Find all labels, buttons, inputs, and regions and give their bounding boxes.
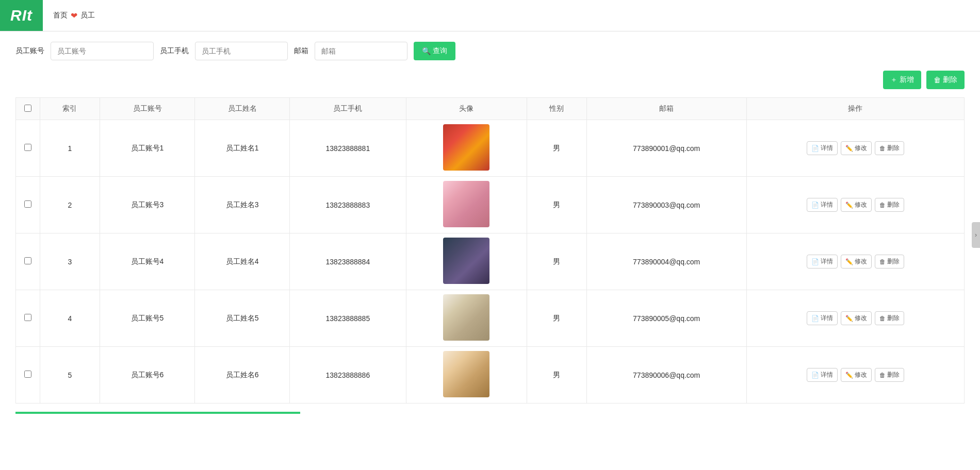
breadcrumb-section: 首页 ❤ 员工 (43, 0, 105, 31)
delete-button-3[interactable]: 🗑 删除 (875, 311, 904, 325)
header-gender: 性别 (527, 98, 586, 120)
row-gender: 男 (527, 120, 586, 177)
row-checkbox-cell (16, 120, 40, 177)
search-button[interactable]: 🔍 查询 (414, 42, 455, 60)
trash-icon-2: 🗑 (879, 258, 886, 265)
row-phone: 13823888881 (290, 120, 406, 177)
row-checkbox-4[interactable] (24, 371, 31, 378)
table-row: 1 员工账号1 员工姓名1 13823888881 男 773890001@qq… (16, 120, 965, 177)
row-avatar-cell (406, 177, 527, 233)
select-all-checkbox[interactable] (24, 105, 31, 112)
table-row: 2 员工账号3 员工姓名3 13823888883 男 773890003@qq… (16, 177, 965, 233)
edit-button-1[interactable]: ✏️ 修改 (841, 198, 872, 212)
delete-button-2[interactable]: 🗑 删除 (875, 255, 904, 268)
detail-icon-0: 📄 (811, 145, 819, 152)
row-phone: 13823888883 (290, 177, 406, 233)
pagination-progress-bar (15, 412, 300, 414)
main-content: 员工账号 员工手机 邮箱 🔍 查询 ＋ 新增 🗑 删除 索引 (0, 31, 980, 470)
phone-input[interactable] (195, 42, 288, 60)
account-input[interactable] (51, 42, 154, 60)
search-icon: 🔍 (422, 47, 431, 55)
delete-button-1[interactable]: 🗑 删除 (875, 198, 904, 212)
row-index: 1 (40, 120, 100, 177)
header-avatar: 头像 (406, 98, 527, 120)
add-label: 新增 (900, 75, 914, 85)
header-name: 员工姓名 (195, 98, 290, 120)
detail-button-2[interactable]: 📄 详情 (807, 255, 838, 268)
edit-button-2[interactable]: ✏️ 修改 (841, 255, 872, 268)
trash-icon-4: 🗑 (879, 372, 886, 379)
detail-icon-2: 📄 (811, 258, 819, 265)
row-account: 员工账号3 (100, 177, 194, 233)
edit-button-0[interactable]: ✏️ 修改 (841, 141, 872, 155)
row-account: 员工账号1 (100, 120, 194, 177)
account-label: 员工账号 (15, 46, 44, 56)
edit-button-3[interactable]: ✏️ 修改 (841, 311, 872, 325)
edit-icon-3: ✏️ (845, 315, 853, 322)
row-name: 员工姓名4 (195, 233, 290, 290)
breadcrumb-current: 员工 (80, 11, 95, 20)
detail-icon-3: 📄 (811, 315, 819, 322)
row-email: 773890004@qq.com (586, 233, 746, 290)
row-avatar-3 (443, 294, 489, 341)
header-checkbox-cell (16, 98, 40, 120)
row-checkbox-3[interactable] (24, 314, 31, 321)
delete-icon: 🗑 (934, 76, 941, 84)
row-account: 员工账号6 (100, 347, 194, 404)
edit-icon-1: ✏️ (845, 202, 853, 209)
detail-button-0[interactable]: 📄 详情 (807, 141, 838, 155)
edit-button-4[interactable]: ✏️ 修改 (841, 368, 872, 382)
delete-button-0[interactable]: 🗑 删除 (875, 141, 904, 155)
add-button[interactable]: ＋ 新增 (883, 71, 921, 89)
row-actions: 📄 详情 ✏️ 修改 🗑 删除 (746, 233, 964, 290)
search-btn-label: 查询 (433, 46, 447, 56)
detail-button-4[interactable]: 📄 详情 (807, 368, 838, 382)
header-actions: 操作 (746, 98, 964, 120)
row-email: 773890005@qq.com (586, 290, 746, 347)
row-name: 员工姓名1 (195, 120, 290, 177)
trash-icon-0: 🗑 (879, 145, 886, 152)
row-checkbox-1[interactable] (24, 200, 31, 208)
row-email: 773890003@qq.com (586, 177, 746, 233)
row-index: 5 (40, 347, 100, 404)
phone-label: 员工手机 (160, 46, 189, 56)
batch-delete-button[interactable]: 🗑 删除 (926, 71, 965, 89)
breadcrumb-home: 首页 (53, 11, 68, 20)
side-collapse-button[interactable]: › (972, 222, 980, 248)
row-avatar-cell (406, 120, 527, 177)
table-row: 4 员工账号5 员工姓名5 13823888885 男 773890005@qq… (16, 290, 965, 347)
detail-icon-4: 📄 (811, 372, 819, 379)
row-phone: 13823888885 (290, 290, 406, 347)
detail-button-3[interactable]: 📄 详情 (807, 311, 838, 325)
row-gender: 男 (527, 177, 586, 233)
row-avatar-1 (443, 181, 489, 227)
row-checkbox-2[interactable] (24, 257, 31, 264)
logo-text: RIt (10, 7, 32, 24)
logo-section: RIt (0, 0, 43, 31)
table-row: 5 员工账号6 员工姓名6 13823888886 男 773890006@qq… (16, 347, 965, 404)
delete-button-4[interactable]: 🗑 删除 (875, 368, 904, 382)
breadcrumb-heart: ❤ (71, 11, 77, 21)
table-header-row: 索引 员工账号 员工姓名 员工手机 头像 性别 邮箱 操作 (16, 98, 965, 120)
row-actions: 📄 详情 ✏️ 修改 🗑 删除 (746, 120, 964, 177)
row-checkbox-cell (16, 290, 40, 347)
row-name: 员工姓名3 (195, 177, 290, 233)
edit-icon-4: ✏️ (845, 372, 853, 379)
row-actions: 📄 详情 ✏️ 修改 🗑 删除 (746, 347, 964, 404)
row-avatar-4 (443, 351, 489, 397)
top-header: RIt 首页 ❤ 员工 (0, 0, 980, 31)
trash-icon-3: 🗑 (879, 315, 886, 322)
row-avatar-2 (443, 238, 489, 284)
row-phone: 13823888884 (290, 233, 406, 290)
email-input[interactable] (315, 42, 407, 60)
row-phone: 13823888886 (290, 347, 406, 404)
header-email: 邮箱 (586, 98, 746, 120)
row-actions: 📄 详情 ✏️ 修改 🗑 删除 (746, 177, 964, 233)
row-index: 3 (40, 233, 100, 290)
detail-button-1[interactable]: 📄 详情 (807, 198, 838, 212)
edit-icon-0: ✏️ (845, 145, 853, 152)
chevron-right-icon: › (975, 231, 977, 239)
row-checkbox-cell (16, 347, 40, 404)
row-name: 员工姓名6 (195, 347, 290, 404)
row-checkbox-0[interactable] (24, 144, 31, 151)
